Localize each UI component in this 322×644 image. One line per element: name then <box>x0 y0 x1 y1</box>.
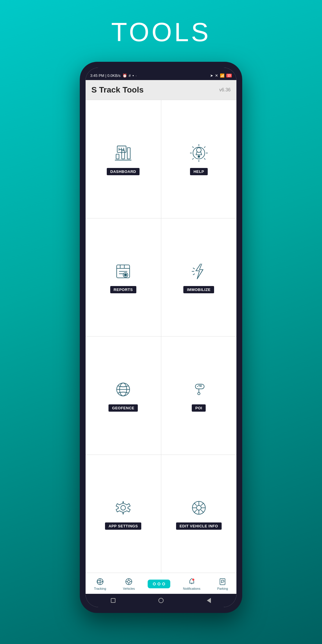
edit-vehicle-info-label: EDIT VEHICLE INFO <box>176 522 222 530</box>
svg-rect-1 <box>122 151 125 159</box>
dot-1 <box>153 583 156 585</box>
svg-line-54 <box>201 510 203 512</box>
reports-icon <box>113 261 133 281</box>
android-recent-btn[interactable] <box>110 597 116 604</box>
svg-line-20 <box>196 152 197 155</box>
android-circle-icon <box>158 598 164 603</box>
nav-item-tracking[interactable]: Tracking <box>90 576 110 592</box>
svg-line-36 <box>193 274 195 275</box>
android-home-btn[interactable] <box>158 597 164 604</box>
nav-item-vehicles[interactable]: Vehicles <box>119 576 139 592</box>
svg-line-17 <box>192 158 193 160</box>
tool-cell-poi[interactable]: POI <box>161 337 237 455</box>
tool-cell-geofence[interactable]: GEOFENCE <box>86 337 161 455</box>
svg-point-48 <box>196 505 201 510</box>
nav-item-tools[interactable] <box>148 580 170 588</box>
svg-point-67 <box>192 579 194 581</box>
svg-rect-2 <box>127 148 130 159</box>
svg-rect-68 <box>220 579 225 585</box>
notifications-nav-icon <box>188 578 196 586</box>
geofence-icon <box>113 379 133 400</box>
app-title-bold: Tools <box>122 85 144 94</box>
tool-cell-edit-vehicle-info[interactable]: EDIT VEHICLE INFO <box>161 455 237 573</box>
android-nav-bar <box>86 594 236 607</box>
phone-device: 3:45 PM | 0.0KB/s ⏰ # ▪ · ➤ ✕ 📶 13 S Tra… <box>80 62 242 613</box>
android-square-icon <box>111 598 115 603</box>
vehicles-nav-label: Vehicles <box>123 587 135 590</box>
svg-line-15 <box>192 146 193 148</box>
status-bar: 3:45 PM | 0.0KB/s ⏰ # ▪ · ➤ ✕ 📶 13 <box>86 71 236 80</box>
phone-top-bar <box>86 68 236 71</box>
geofence-label: GEOFENCE <box>108 404 138 412</box>
android-back-icon <box>207 598 211 603</box>
svg-line-55 <box>201 503 203 506</box>
app-settings-icon <box>113 498 133 518</box>
vehicles-nav-icon <box>125 578 133 586</box>
tools-grid: DASHBOARD <box>86 100 236 573</box>
reports-label: REPORTS <box>110 286 136 293</box>
status-dot: · <box>135 73 137 78</box>
phone-screen: 3:45 PM | 0.0KB/s ⏰ # ▪ · ➤ ✕ 📶 13 S Tra… <box>86 68 236 607</box>
tracking-nav-label: Tracking <box>94 587 106 590</box>
tool-cell-reports[interactable]: REPORTS <box>86 218 161 337</box>
svg-point-46 <box>121 505 126 510</box>
status-location-icon: ➤ <box>210 73 213 78</box>
svg-line-56 <box>194 510 197 512</box>
notifications-nav-label: Notifications <box>183 587 200 590</box>
app-title: S Track Tools <box>91 85 144 95</box>
dashboard-label: DASHBOARD <box>107 168 140 175</box>
status-alarm-icon: ⏰ <box>122 73 127 78</box>
status-wifi-icon: 📶 <box>220 73 225 78</box>
app-header: S Track Tools v6.36 <box>86 80 236 100</box>
edit-vehicle-info-icon <box>189 498 209 518</box>
svg-line-16 <box>204 146 205 148</box>
android-back-btn[interactable] <box>206 597 212 604</box>
immobilize-icon <box>189 261 209 281</box>
immobilize-label: IMMOBILIZE <box>183 286 214 293</box>
svg-point-23 <box>198 156 200 158</box>
help-icon <box>189 143 209 163</box>
tool-cell-dashboard[interactable]: DASHBOARD <box>86 100 161 218</box>
bottom-nav: Tracking Vehicles <box>86 573 236 594</box>
svg-line-18 <box>204 158 205 160</box>
status-square-icon: ▪ <box>133 73 134 78</box>
svg-line-53 <box>194 503 197 506</box>
tools-nav-dots <box>153 583 165 585</box>
app-title-plain: S Track <box>91 85 122 94</box>
svg-point-19 <box>196 148 201 152</box>
tool-cell-immobilize[interactable]: IMMOBILIZE <box>161 218 237 337</box>
status-right: ➤ ✕ 📶 13 <box>210 73 232 78</box>
status-x-icon: ✕ <box>215 73 218 78</box>
svg-rect-0 <box>116 154 119 159</box>
status-hash-icon: # <box>129 73 131 78</box>
app-version: v6.36 <box>219 87 231 93</box>
tool-cell-app-settings[interactable]: APP SETTINGS <box>86 455 161 573</box>
status-left: 3:45 PM | 0.0KB/s ⏰ # ▪ · <box>90 73 137 78</box>
dot-3 <box>162 583 165 585</box>
tracking-nav-icon <box>96 578 104 586</box>
svg-point-40 <box>198 392 200 395</box>
svg-line-34 <box>193 268 195 269</box>
svg-point-60 <box>128 580 130 583</box>
status-time: 3:45 PM | 0.0KB/s <box>90 73 121 78</box>
app-settings-label: APP SETTINGS <box>105 522 141 530</box>
battery-icon: 13 <box>226 74 232 77</box>
dashboard-icon <box>113 143 133 163</box>
dot-2 <box>158 583 160 585</box>
parking-nav-icon <box>218 578 227 586</box>
tool-cell-help[interactable]: HELP <box>161 100 237 218</box>
nav-item-parking[interactable]: Parking <box>213 576 232 592</box>
poi-icon <box>189 379 209 400</box>
parking-nav-label: Parking <box>217 587 228 590</box>
svg-line-21 <box>200 152 202 155</box>
page-title: TOOLS <box>111 17 211 47</box>
help-label: HELP <box>190 168 208 175</box>
nav-item-notifications[interactable]: Notifications <box>179 576 205 592</box>
poi-label: POI <box>192 404 206 412</box>
